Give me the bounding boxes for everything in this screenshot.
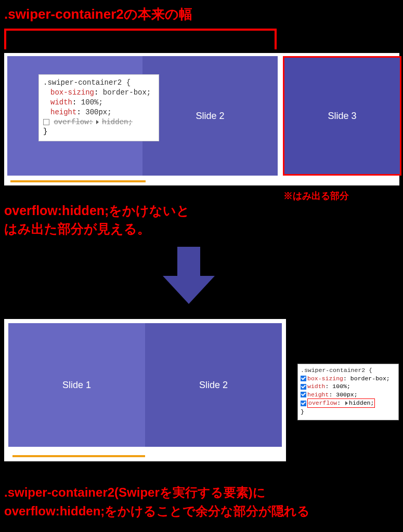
- css-close-brace: }: [43, 127, 154, 137]
- css-toggle-checkbox-on-4[interactable]: [301, 401, 306, 406]
- note-main: overflow:hidden;をかけないと はみ出た部分が見える。: [4, 202, 190, 238]
- css-val-width: 100%;: [81, 98, 103, 107]
- css-toggle-checkbox-on[interactable]: [301, 376, 306, 381]
- css-disabled-rule: overflow:hidden;: [54, 117, 132, 127]
- css-prop-width-b: width: [307, 383, 326, 390]
- css-prop-width: width: [50, 98, 72, 107]
- progress-bar-top: [10, 180, 146, 182]
- note-bottom: .swiper-container2(Swiperを実行する要素)に overf…: [4, 483, 310, 521]
- css-highlighted-rule: overflow: hidden;: [307, 398, 375, 408]
- note-main-line1: overflow:hidden;をかけないと: [4, 202, 190, 220]
- swiper-bottom-container: Slide 1 Slide 2: [4, 319, 286, 461]
- arrow-down-icon: [163, 247, 215, 305]
- css-prop-height: height: [50, 108, 76, 116]
- note-bottom-line2: overflow:hidden;をかけることで余分な部分が隠れる: [4, 502, 310, 521]
- css-selector-b: .swiper-container2 {: [301, 366, 396, 375]
- css-toggle-checkbox-off[interactable]: [43, 119, 49, 125]
- note-overflow-part: ※はみ出る部分: [283, 190, 349, 202]
- css-val-border-box-b: border-box;: [350, 375, 390, 382]
- slide-b2[interactable]: Slide 2: [145, 323, 282, 447]
- css-val-width-b: 100%;: [332, 383, 350, 390]
- css-prop-box-sizing-b: box-sizing: [307, 375, 343, 382]
- slide-3-label: Slide 3: [328, 111, 356, 122]
- slide-2[interactable]: Slide 2: [142, 56, 278, 176]
- css-toggle-checkbox-on-3[interactable]: [301, 392, 306, 397]
- css-val-border-box: border-box;: [103, 88, 151, 97]
- slide-b2-label: Slide 2: [199, 380, 228, 391]
- devtools-panel-bottom[interactable]: .swiper-container2 { box-sizing: border-…: [297, 364, 399, 420]
- slide-2-label: Slide 2: [196, 111, 224, 122]
- swiper-bottom-track: Slide 1 Slide 2: [8, 323, 282, 447]
- css-toggle-checkbox-on-2[interactable]: [301, 384, 306, 390]
- expand-icon: [96, 120, 99, 124]
- note-bottom-line1: .swiper-container2(Swiperを実行する要素)に: [4, 483, 310, 502]
- css-close-brace-b: }: [301, 408, 396, 416]
- slide-3-overflow[interactable]: Slide 3: [283, 56, 401, 176]
- slide-b1[interactable]: Slide 1: [8, 323, 145, 447]
- note-main-line2: はみ出た部分が見える。: [4, 220, 190, 238]
- css-val-height-b: 300px;: [336, 391, 357, 398]
- css-prop-box-sizing: box-sizing: [50, 88, 94, 97]
- expand-icon-b: [345, 401, 348, 405]
- css-val-height: 300px;: [85, 108, 111, 116]
- width-bracket: [4, 29, 277, 49]
- progress-bar-bottom: [12, 455, 145, 457]
- diagram-title: .swiper-container2の本来の幅: [4, 5, 192, 23]
- devtools-panel-top[interactable]: .swiper-container2 { box-sizing: border-…: [38, 74, 159, 141]
- css-selector: .swiper-container2 {: [43, 78, 154, 88]
- slide-b1-label: Slide 1: [62, 380, 91, 391]
- css-prop-height-b: height: [307, 391, 329, 398]
